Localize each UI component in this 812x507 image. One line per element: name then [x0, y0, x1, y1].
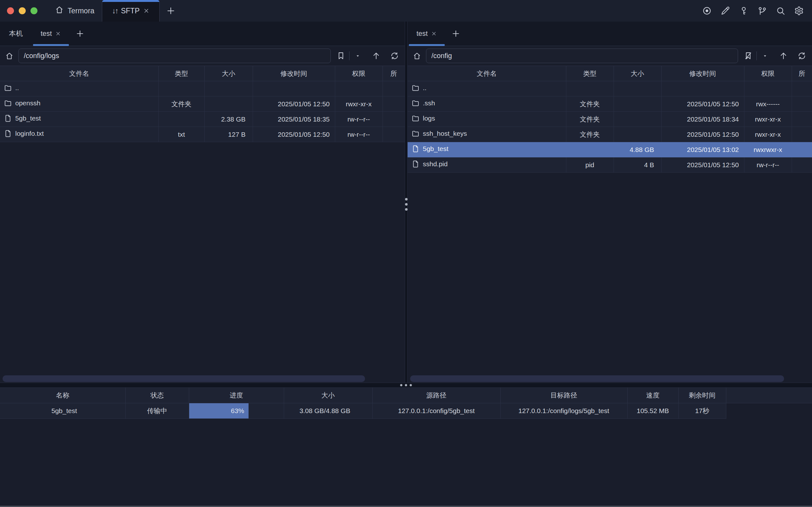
settings-icon[interactable] [794, 6, 804, 15]
column-header[interactable]: 类型 [158, 66, 205, 81]
traffic-lights [0, 0, 38, 21]
new-tab-button[interactable] [166, 0, 175, 21]
file-cell: rw-r--r-- [335, 112, 382, 127]
file-row[interactable]: openssh文件夹2025/01/05 12:50rwxr-xr-x [0, 97, 405, 112]
column-header[interactable]: 大小 [613, 66, 661, 81]
minimize-window-button[interactable] [19, 7, 26, 14]
right-horizontal-scrollbar[interactable] [410, 375, 784, 382]
transfer-row[interactable]: 5gb_test传输中63%3.08 GB/4.88 GB127.0.0.1:/… [0, 403, 812, 418]
refresh-icon[interactable] [389, 51, 400, 60]
left-add-tab-button[interactable] [70, 21, 90, 46]
transfer-column-header[interactable]: 进度 [189, 388, 284, 403]
tab-close-icon[interactable] [143, 7, 150, 14]
zoom-window-button[interactable] [31, 7, 38, 14]
pane-tab-label: 本机 [9, 29, 23, 38]
right-toolbar [408, 46, 812, 66]
right-path-input[interactable] [426, 49, 738, 63]
go-up-icon[interactable] [778, 51, 789, 60]
file-cell: 文件夹 [566, 97, 613, 112]
left-horizontal-scrollbar[interactable] [3, 375, 365, 382]
chevron-down-icon[interactable] [352, 53, 364, 59]
file-cell [566, 81, 613, 97]
column-header[interactable]: 文件名 [0, 66, 158, 81]
file-row[interactable]: logs文件夹2025/01/05 18:34rwxr-xr-x [408, 112, 812, 127]
column-header[interactable]: 修改时间 [661, 66, 744, 81]
column-header[interactable]: 权限 [335, 66, 382, 81]
transfer-column-header[interactable]: 速度 [627, 388, 679, 403]
home-directory-button[interactable] [0, 52, 18, 60]
file-name-cell: .. [0, 81, 158, 97]
file-name-cell: openssh [0, 97, 158, 112]
home-directory-button[interactable] [408, 52, 426, 60]
right-add-tab-button[interactable] [446, 21, 466, 46]
edit-icon[interactable] [720, 6, 730, 15]
go-up-icon[interactable] [370, 51, 382, 60]
file-cell: 文件夹 [566, 112, 613, 127]
file-cell: 文件夹 [158, 97, 205, 112]
transfer-column-header[interactable]: 剩余时间 [679, 388, 726, 403]
transfer-column-blank [726, 388, 812, 403]
file-cell [205, 97, 253, 112]
pane-tab-test[interactable]: test [408, 21, 446, 46]
file-cell: 2025/01/05 18:34 [661, 112, 744, 127]
transfer-column-header[interactable]: 状态 [125, 388, 189, 403]
file-row[interactable]: .. [408, 81, 812, 97]
column-header[interactable]: 文件名 [408, 66, 566, 81]
transfer-speed-cell: 105.52 MB [627, 403, 679, 418]
column-header[interactable]: 所 [792, 66, 812, 81]
transfer-blank-cell [726, 403, 812, 418]
file-row[interactable]: 5gb_test2.38 GB2025/01/05 18:35rw-r--r-- [0, 112, 405, 127]
file-row[interactable]: .. [0, 81, 405, 97]
file-row[interactable]: sshd.pidpid4 B2025/01/05 12:50rw-r--r-- [408, 157, 812, 173]
transfer-column-header[interactable]: 源路径 [372, 388, 500, 403]
file-cell: 4 B [613, 157, 661, 173]
file-cell: rwxr-xr-x [744, 112, 792, 127]
pane-tab-label: test [41, 30, 52, 38]
tab-close-icon[interactable] [431, 31, 437, 37]
file-cell [566, 142, 613, 157]
bookmark-slash-icon[interactable] [743, 51, 754, 60]
chevron-down-icon[interactable] [759, 53, 771, 59]
file-cell: 127 B [205, 127, 253, 142]
search-icon[interactable] [776, 6, 785, 15]
column-header[interactable]: 所 [382, 66, 405, 81]
transfer-column-header[interactable]: 目标路径 [500, 388, 627, 403]
file-cell [613, 81, 661, 97]
refresh-icon[interactable] [796, 51, 808, 60]
home-tab[interactable]: Termora [55, 0, 94, 21]
file-row[interactable]: .ssh文件夹2025/01/05 12:50rwx------ [408, 97, 812, 112]
file-cell [335, 81, 382, 97]
tab-close-icon[interactable] [55, 31, 61, 37]
file-row[interactable]: loginfo.txttxt127 B2025/01/05 12:50rw-r-… [0, 127, 405, 142]
file-icon [412, 145, 420, 155]
file-cell [792, 112, 812, 127]
file-row[interactable]: ssh_host_keys文件夹2025/01/05 12:50rwxr-xr-… [408, 127, 812, 142]
pane-tab-test[interactable]: test [32, 21, 70, 46]
bookmark-icon[interactable] [335, 51, 347, 60]
left-file-table: 文件名类型大小修改时间权限所..openssh文件夹2025/01/05 12:… [0, 66, 405, 142]
file-cell [382, 112, 405, 127]
column-header[interactable]: 修改时间 [253, 66, 335, 81]
left-path-input[interactable] [18, 49, 331, 63]
keychain-icon[interactable] [757, 6, 767, 15]
transfer-column-header[interactable]: 名称 [0, 388, 125, 403]
column-header[interactable]: 大小 [205, 66, 253, 81]
file-icon [412, 160, 420, 170]
transfer-column-header[interactable]: 大小 [284, 388, 372, 403]
record-icon[interactable] [702, 6, 712, 15]
transfer-splitter[interactable] [0, 383, 812, 388]
pane-splitter[interactable] [405, 21, 408, 383]
file-cell: 2.38 GB [205, 112, 253, 127]
close-window-button[interactable] [7, 7, 14, 14]
column-header[interactable]: 类型 [566, 66, 613, 81]
file-cell: 2025/01/05 13:02 [661, 142, 744, 157]
pane-tab-label: test [417, 30, 428, 38]
column-header[interactable]: 权限 [744, 66, 792, 81]
key-icon[interactable] [739, 6, 749, 15]
file-cell: rwxr-xr-x [744, 127, 792, 142]
file-row[interactable]: 5gb_test4.88 GB2025/01/05 13:02rwxrwxr-x [408, 142, 812, 157]
transfer-panel: 名称状态进度大小源路径目标路径速度剩余时间5gb_test传输中63%3.08 … [0, 388, 812, 507]
tab-sftp[interactable]: ↓↑ SFTP [102, 0, 160, 21]
pane-tab-本机[interactable]: 本机 [0, 21, 32, 46]
file-cell [613, 97, 661, 112]
